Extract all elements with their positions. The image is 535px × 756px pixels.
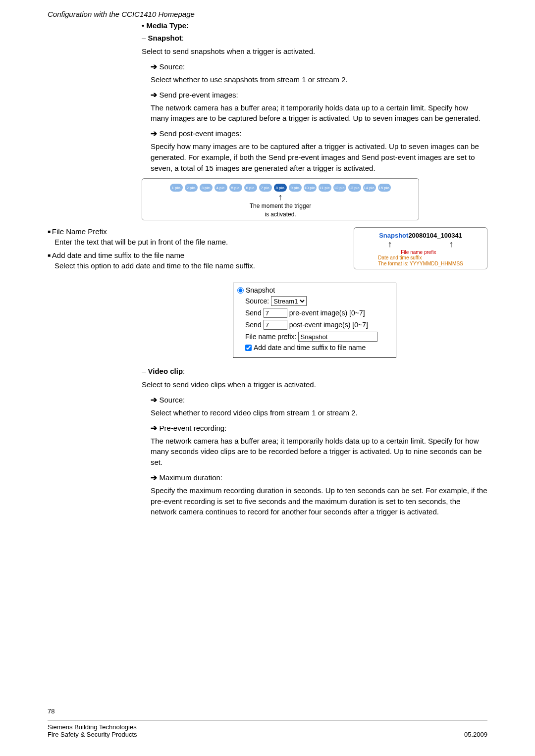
form-source-select[interactable]: Stream1	[271, 296, 307, 306]
snapshot-postevent-label: Send post-event images:	[151, 129, 487, 138]
footer-right: 05.2009	[464, 731, 487, 738]
diagram-pic: 10 pic.	[304, 184, 317, 192]
form-postevent-suffix: post-event image(s) [0~7]	[289, 321, 368, 329]
snapshot-postevent-desc: Specify how many images are to be captur…	[151, 141, 487, 173]
diagram-caption-2: is activated.	[148, 211, 413, 218]
videoclip-source-desc: Select whether to record video clips fro…	[151, 407, 487, 418]
videoclip-maxdur-label: Maximum duration:	[151, 473, 487, 482]
snapshot-preevent-desc: The network camera has a buffer area; it…	[151, 102, 487, 124]
example-prefix-black: 20080104_100341	[408, 232, 462, 239]
diagram-arrow-icon: ↑	[148, 193, 413, 202]
form-preevent-suffix: pre-event image(s) [0~7]	[289, 309, 365, 317]
snapshot-radio[interactable]	[237, 287, 244, 294]
diagram-pic: 6 pic.	[244, 184, 257, 192]
form-postevent-input[interactable]	[264, 320, 287, 330]
example-right-label-1: Date and time suffix	[378, 255, 422, 260]
filename-example-box: Snapshot20080104_100341 ↑ ↑ File name pr…	[354, 227, 487, 269]
diagram-pic: 13 pic.	[348, 184, 361, 192]
snapshot-radio-label: Snapshot	[246, 286, 275, 294]
snapshot-heading: – Snapshot:	[142, 34, 487, 42]
diagram-pic: 5 pic.	[229, 184, 242, 192]
example-right-label-2: The format is: YYYYMMDD_HHMMSS	[378, 261, 463, 266]
media-type-heading: Media Type:	[142, 21, 487, 30]
file-prefix-desc: Enter the text that will be put in front…	[54, 238, 349, 246]
videoclip-heading: – Video clip:	[142, 367, 487, 375]
form-source-label: Source:	[245, 297, 269, 305]
diagram-pic: 12 pic.	[333, 184, 346, 192]
form-prefix-label: File name prefix:	[245, 333, 296, 341]
up-arrow-icon: ↑	[388, 239, 392, 250]
diagram-pic: 9 pic.	[289, 184, 302, 192]
diagram-pic: 8 pic.	[274, 184, 287, 192]
diagram-pic: 2 pic.	[185, 184, 198, 192]
snapshot-source-desc: Select whether to use snapshots from str…	[151, 74, 487, 85]
videoclip-prerec-desc: The network camera has a buffer area; it…	[151, 436, 487, 468]
footer-left-2: Fire Safety & Security Products	[48, 731, 137, 738]
snapshot-source-label: Source:	[151, 62, 487, 71]
form-prefix-input[interactable]	[298, 332, 377, 342]
diagram-pic: 14 pic.	[363, 184, 376, 192]
date-suffix-title: Add date and time suffix to the file nam…	[48, 251, 349, 259]
videoclip-source-label: Source:	[151, 395, 487, 404]
up-arrow-icon: ↑	[449, 239, 454, 250]
diagram-caption-1: The moment the trigger	[148, 202, 413, 209]
diagram-pic: 7 pic.	[259, 184, 272, 192]
diagram-pic: 1 pic.	[170, 184, 183, 192]
snapshot-form: Snapshot Source: Stream1 Send pre-event …	[233, 283, 396, 358]
form-datesuffix-label: Add date and time suffix to file name	[254, 344, 366, 352]
page-number: 78	[48, 707, 487, 715]
form-preevent-input[interactable]	[264, 308, 287, 318]
form-datesuffix-checkbox[interactable]	[245, 345, 252, 351]
form-send-label-2: Send	[245, 321, 262, 329]
example-prefix-blue: Snapshot	[379, 232, 408, 239]
page-header: Configuration with the CCIC1410 Homepage	[48, 10, 487, 18]
form-send-label-1: Send	[245, 309, 262, 317]
snapshot-preevent-label: Send pre-event images:	[151, 90, 487, 100]
page-footer: 78 Siemens Building Technologies Fire Sa…	[48, 707, 487, 738]
diagram-pic: 4 pic.	[214, 184, 227, 192]
videoclip-intro: Select to send video clips when a trigge…	[142, 379, 487, 390]
snapshot-intro: Select to send snapshots when a trigger …	[142, 46, 487, 57]
diagram-pic: 15 pic.	[378, 184, 391, 192]
videoclip-prerec-label: Pre-event recording:	[151, 423, 487, 433]
file-prefix-title: File Name Prefix	[48, 227, 349, 236]
diagram-pic: 11 pic.	[319, 184, 331, 192]
videoclip-maxdur-desc: Specify the maximum recording duration i…	[151, 485, 487, 517]
trigger-diagram: 1 pic.2 pic.3 pic.4 pic.5 pic.6 pic.7 pi…	[142, 178, 419, 220]
example-left-label: File name prefix	[401, 250, 436, 255]
date-suffix-desc: Select this option to add date and time …	[54, 261, 349, 270]
diagram-pic: 3 pic.	[200, 184, 213, 192]
footer-left-1: Siemens Building Technologies	[48, 723, 137, 731]
